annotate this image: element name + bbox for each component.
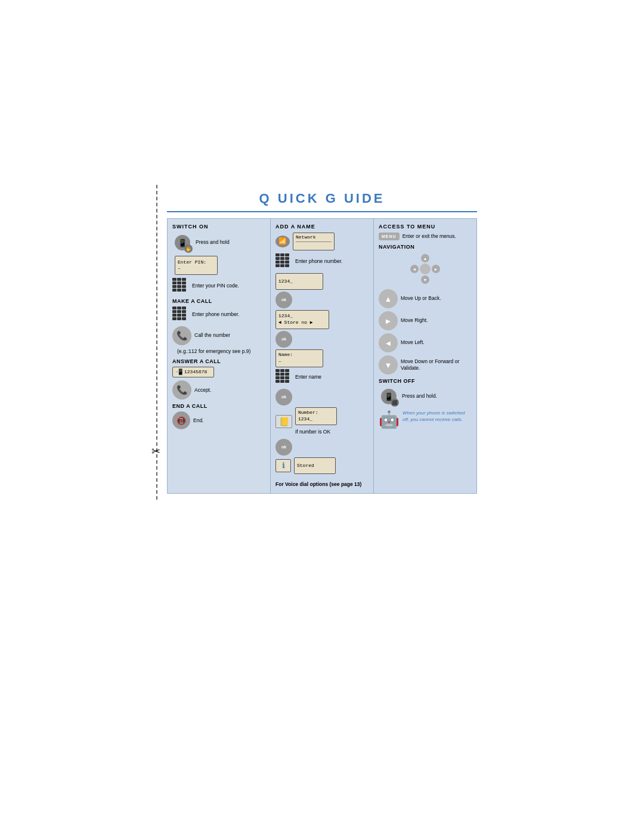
- display-store-line1: 1234_: [278, 313, 326, 319]
- ok-btn-4: ok: [275, 439, 292, 456]
- step-network-display: 📶 Network: [275, 233, 369, 250]
- mascot-icon: 🤖: [379, 410, 400, 429]
- step-accept-text: Accept.: [194, 387, 211, 394]
- step-switch-on-presshold: 📱 🖐 Press and hold: [172, 233, 265, 253]
- step-make-call-keypad: Enter phone number.: [172, 306, 265, 323]
- display-name-line2: –: [278, 358, 320, 364]
- menu-btn: MENU: [379, 233, 400, 240]
- press-hold-icon: 📱 🖐: [172, 233, 193, 253]
- keypad-icon-col2: [275, 253, 292, 270]
- ok-btn-3: ok: [275, 389, 292, 405]
- display-name: Name: –: [275, 349, 369, 367]
- scissors-icon: ✂: [151, 445, 160, 458]
- end-call-icon: 📵: [172, 411, 190, 429]
- nav-center: [420, 264, 431, 274]
- ok-btn-2: ok: [275, 331, 292, 348]
- step-presshold-text: Press and hold: [196, 239, 230, 246]
- phone-display-stored: Stored: [294, 457, 336, 474]
- step-switch-on-keypad: Enter your PIN code.: [172, 278, 265, 295]
- column-1: SWITCH ON 📱 🖐 Press and hold Enter PIN: …: [167, 218, 270, 494]
- step-call-number: 📞 Call the number: [172, 326, 265, 345]
- phone-display-store: 1234_ ◄ Store no ▶: [275, 310, 329, 329]
- step-emergency: (e.g.:112 for emergency see p.9): [177, 348, 265, 355]
- keypad-icon-col2-name: [275, 369, 292, 386]
- step-move-up: ▲ Move Up or Back.: [379, 289, 472, 308]
- display-1234-first: 1234_: [275, 273, 369, 290]
- step-switch-on-pin-display: Enter PIN: –: [175, 256, 265, 275]
- display-number-line2: 1234_: [298, 416, 334, 422]
- incoming-phone-icon: 📲: [175, 368, 182, 376]
- pin-display-line1: Enter PIN:: [178, 259, 215, 265]
- column-2: ADD A NAME 📶 Network Enter phone number.: [270, 218, 374, 494]
- step-ok-3: ok: [275, 389, 369, 405]
- nav-left-circle: ◄: [379, 333, 398, 352]
- step-col2-keypad: Enter phone number.: [275, 253, 369, 270]
- step-enter-phone-text: Enter phone number.: [192, 311, 239, 318]
- display-store-line2: ◄ Store no ▶: [278, 320, 326, 326]
- mascot-text: When your phone is switched off, you can…: [402, 410, 472, 423]
- section-switch-off-title: SWITCH OFF: [379, 378, 472, 384]
- display-stored-text: Stored: [297, 463, 333, 469]
- step-move-right-text: Move Right.: [401, 317, 428, 324]
- step-move-left-text: Move Left.: [401, 339, 425, 346]
- incoming-display: 📲 12345678: [172, 367, 214, 377]
- keypad-icon-1: [172, 278, 189, 295]
- display-store-no: 1234_ ◄ Store no ▶: [275, 310, 369, 329]
- nav-pad: ▲ ▼ ◄ ►: [410, 254, 440, 284]
- nav-right-circle: ►: [379, 311, 398, 330]
- step-call-number-text: Call the number: [194, 332, 230, 339]
- pin-display: Enter PIN: –: [175, 256, 218, 275]
- network-text: Network: [296, 234, 332, 240]
- network-line2: [296, 241, 332, 248]
- step-end-call: 📵 End.: [172, 411, 265, 429]
- step-switch-off-text: Press and hold.: [402, 393, 437, 400]
- section-add-name-title: ADD A NAME: [275, 224, 369, 230]
- nav-down: ▼: [421, 275, 429, 284]
- ok-btn-1: ok: [275, 292, 292, 308]
- keypad-icon-2: [172, 306, 189, 323]
- info-icon: ℹ: [275, 459, 291, 472]
- step-access-menu: MENU Enter or exit the menus.: [379, 233, 472, 240]
- nav-right: ►: [432, 265, 440, 273]
- step-access-menu-text: Enter or exit the menus.: [402, 233, 456, 240]
- hold-badge: 🖐: [184, 244, 193, 253]
- pin-display-line2: –: [178, 265, 215, 271]
- switch-off-icon: 📱 ⬛: [379, 386, 399, 407]
- phone-display-1234a: 1234_: [275, 273, 323, 290]
- step-pin-code-text: Enter your PIN code.: [192, 283, 239, 289]
- step-end-text: End.: [193, 417, 204, 424]
- step-ok-2: ok: [275, 331, 369, 348]
- column-3: ACCESS TO MENU MENU Enter or exit the me…: [374, 218, 477, 494]
- phonebook-icon: 📒: [275, 415, 292, 428]
- step-col2-enter-phone: Enter phone number.: [295, 258, 342, 265]
- section-answer-title: ANSWER A CALL: [172, 358, 265, 364]
- nav-pad-wrapper: ▲ ▼ ◄ ►: [379, 252, 472, 286]
- voice-dial-note: For Voice dial options (see page 13): [275, 478, 369, 488]
- display-1234a-text: 1234_: [278, 278, 320, 284]
- title-section: Q UICK G UIDE: [167, 191, 477, 212]
- nav-down-circle: ▼: [379, 355, 398, 374]
- step-stored-display: ℹ Stored: [275, 457, 369, 474]
- nav-up-circle: ▲: [379, 289, 398, 308]
- phone-display-name: Name: –: [275, 349, 323, 367]
- phone-display-number: Number: 1234_: [295, 407, 337, 425]
- accept-btn-icon: 📞: [172, 380, 191, 400]
- section-navigation-title: NAVIGATION: [379, 244, 472, 250]
- display-name-line1: Name:: [278, 352, 320, 358]
- section-end-call-title: END A CALL: [172, 403, 265, 409]
- signal-icon: 📶: [275, 236, 290, 247]
- step-ok-1: ok: [275, 292, 369, 308]
- section-make-call-title: MAKE A CALL: [172, 298, 265, 304]
- call-btn-icon: 📞: [172, 326, 191, 345]
- columns-wrapper: SWITCH ON 📱 🖐 Press and hold Enter PIN: …: [167, 218, 477, 494]
- step-move-left: ◄ Move Left.: [379, 333, 472, 352]
- step-emergency-text: (e.g.:112 for emergency see p.9): [177, 348, 250, 355]
- step-col2-keypad-name: Enter name: [275, 369, 369, 386]
- display-number-line1: Number:: [298, 410, 334, 416]
- page-container: ✂ Q UICK G UIDE SWITCH ON 📱 🖐 Press and …: [167, 191, 477, 494]
- step-move-right: ► Move Right.: [379, 311, 472, 330]
- mascot-area: 🤖 When your phone is switched off, you c…: [379, 410, 472, 429]
- nav-up: ▲: [421, 254, 429, 262]
- step-move-down: ▼ Move Down or Forward or Validate.: [379, 355, 472, 374]
- step-enter-name-text: Enter name: [295, 374, 321, 380]
